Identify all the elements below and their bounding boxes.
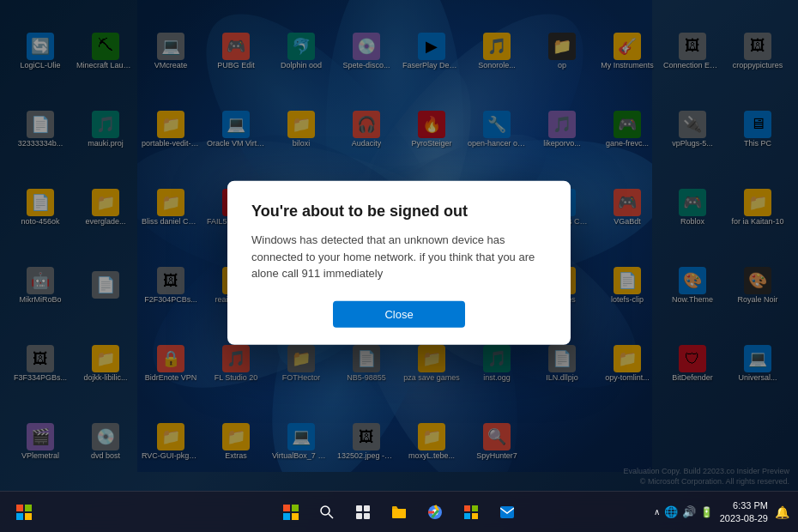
svg-rect-26 xyxy=(283,513,290,520)
svg-rect-30 xyxy=(356,505,362,511)
start-button[interactable] xyxy=(9,497,39,528)
svg-rect-33 xyxy=(364,513,370,519)
tray-network-icon[interactable]: 🌐 xyxy=(664,505,678,518)
tray-chevron[interactable]: ∧ xyxy=(654,507,660,517)
svg-point-28 xyxy=(321,506,329,515)
tray-volume-icon[interactable]: 🔊 xyxy=(682,505,696,518)
svg-rect-39 xyxy=(472,513,478,519)
task-view-button[interactable] xyxy=(348,497,378,528)
taskbar-center xyxy=(275,497,523,528)
taskbar-explorer-button[interactable] xyxy=(384,497,414,528)
taskbar-chrome-button[interactable] xyxy=(420,497,450,528)
signout-dialog: You're about to be signed out Windows ha… xyxy=(227,181,571,345)
svg-rect-24 xyxy=(283,505,290,511)
svg-rect-36 xyxy=(464,505,470,511)
taskbar-mail-button[interactable] xyxy=(492,497,523,528)
taskbar: ∧ 🌐 🔊 🔋 6:33 PM 2023-08-29 🔔 xyxy=(0,491,798,532)
dialog-message: Windows has detected that an unknown dev… xyxy=(251,232,547,282)
svg-rect-23 xyxy=(25,513,32,520)
dialog-title: You're about to be signed out xyxy=(251,202,547,221)
svg-rect-21 xyxy=(25,505,32,511)
dialog-buttons: Close xyxy=(251,301,547,328)
svg-rect-22 xyxy=(16,513,23,520)
svg-rect-31 xyxy=(364,505,370,511)
svg-rect-27 xyxy=(292,513,299,520)
tray-clock[interactable]: 6:33 PM 2023-08-29 xyxy=(720,499,768,524)
notification-bell[interactable]: 🔔 xyxy=(775,505,789,519)
desktop: 🔄LogiCL-Ulie⛏Minecraft Launcher💻VMcreate… xyxy=(0,0,798,532)
svg-line-29 xyxy=(329,514,333,518)
svg-rect-20 xyxy=(16,505,23,511)
system-tray: ∧ 🌐 🔊 🔋 xyxy=(654,505,713,518)
svg-rect-37 xyxy=(472,505,478,511)
svg-rect-38 xyxy=(464,513,470,519)
close-button[interactable]: Close xyxy=(333,301,464,328)
taskbar-store-button[interactable] xyxy=(456,497,487,528)
tray-battery-icon[interactable]: 🔋 xyxy=(700,506,713,518)
svg-rect-32 xyxy=(356,513,362,519)
start-center-button[interactable] xyxy=(275,497,306,528)
search-button[interactable] xyxy=(311,497,342,528)
svg-rect-40 xyxy=(500,506,514,518)
svg-rect-25 xyxy=(292,505,299,511)
taskbar-left xyxy=(9,497,39,528)
taskbar-right: ∧ 🌐 🔊 🔋 6:33 PM 2023-08-29 🔔 xyxy=(654,499,789,524)
